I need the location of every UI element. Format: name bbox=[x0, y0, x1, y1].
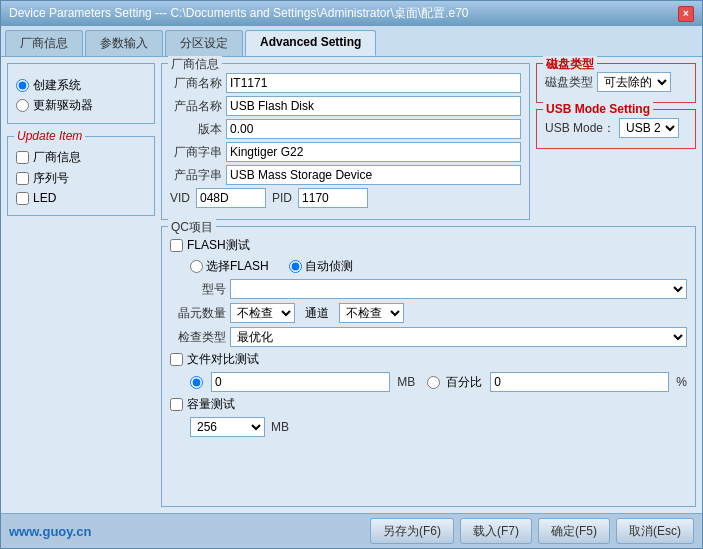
check-led[interactable]: LED bbox=[16, 191, 146, 205]
mb-percent-row: MB 百分比 % bbox=[190, 372, 687, 392]
check-type-label: 检查类型 bbox=[170, 329, 226, 346]
vendor-box: 厂商信息 厂商名称 产品名称 版本 厂商字串 bbox=[161, 63, 530, 220]
vendor-name-label: 厂商名称 bbox=[170, 75, 222, 92]
percent-radio[interactable]: 百分比 bbox=[427, 374, 482, 391]
capacity-mb-label: MB bbox=[271, 420, 289, 434]
auto-detect-radio[interactable]: 自动侦测 bbox=[289, 258, 353, 275]
capacity-value-row: 256 MB bbox=[190, 417, 687, 437]
mb-radio-input[interactable] bbox=[190, 376, 203, 389]
flash-select-row: 选择FLASH 自动侦测 bbox=[190, 258, 687, 275]
crystal-label: 晶元数量 bbox=[170, 305, 226, 322]
pid-label: PID bbox=[272, 191, 292, 205]
check-type-row: 检查类型 最优化 bbox=[170, 327, 687, 347]
channel-select[interactable]: 不检查 bbox=[339, 303, 404, 323]
product-name-row: 产品名称 bbox=[170, 96, 521, 116]
channel-label: 通道 bbox=[305, 305, 329, 322]
left-panel: 创建系统 更新驱动器 Update Item 厂商信息 序列号 bbox=[7, 63, 155, 507]
radio-update-driver[interactable]: 更新驱动器 bbox=[16, 97, 146, 114]
disk-type-select[interactable]: 可去除的 固定的 bbox=[597, 72, 671, 92]
tab-advanced[interactable]: Advanced Setting bbox=[245, 30, 376, 56]
percent-input[interactable] bbox=[490, 372, 669, 392]
check-led-label: LED bbox=[33, 191, 56, 205]
vendor-string-row: 厂商字串 bbox=[170, 142, 521, 162]
main-window: Device Parameters Setting --- C:\Documen… bbox=[0, 0, 703, 549]
product-name-input[interactable] bbox=[226, 96, 521, 116]
vendor-string-input[interactable] bbox=[226, 142, 521, 162]
auto-detect-radio-input[interactable] bbox=[289, 260, 302, 273]
side-boxes: 磁盘类型 磁盘类型 可去除的 固定的 USB Mode Setting bbox=[536, 63, 696, 220]
select-flash-label: 选择FLASH bbox=[206, 258, 269, 275]
cancel-button[interactable]: 取消(Esc) bbox=[616, 518, 694, 544]
mb-radio[interactable] bbox=[190, 376, 203, 389]
file-compare-label: 文件对比测试 bbox=[187, 351, 259, 368]
crystal-select[interactable]: 不检查 bbox=[230, 303, 295, 323]
product-string-input[interactable] bbox=[226, 165, 521, 185]
button-group: 另存为(F6) 载入(F7) 确定(F5) 取消(Esc) bbox=[370, 518, 694, 544]
model-row: 型号 bbox=[170, 279, 687, 299]
main-content: 创建系统 更新驱动器 Update Item 厂商信息 序列号 bbox=[1, 57, 702, 513]
select-flash-radio-input[interactable] bbox=[190, 260, 203, 273]
radio-create-system-input[interactable] bbox=[16, 79, 29, 92]
tab-partition[interactable]: 分区设定 bbox=[165, 30, 243, 56]
version-input[interactable] bbox=[226, 119, 521, 139]
radio-update-driver-label: 更新驱动器 bbox=[33, 97, 93, 114]
window-title: Device Parameters Setting --- C:\Documen… bbox=[9, 5, 469, 22]
file-compare-checkbox[interactable] bbox=[170, 353, 183, 366]
usb-mode-select[interactable]: USB 2.0 USB 1.1 bbox=[619, 118, 679, 138]
check-vendor-info[interactable]: 厂商信息 bbox=[16, 149, 146, 166]
check-type-select[interactable]: 最优化 bbox=[230, 327, 687, 347]
product-string-row: 产品字串 bbox=[170, 165, 521, 185]
capacity-select[interactable]: 256 bbox=[190, 417, 265, 437]
capacity-test-row: 容量测试 bbox=[170, 396, 687, 413]
flash-test-row: FLASH测试 bbox=[170, 237, 687, 254]
top-right: 厂商信息 厂商名称 产品名称 版本 厂商字串 bbox=[161, 63, 696, 220]
disk-type-row: 磁盘类型 可去除的 固定的 bbox=[545, 72, 687, 92]
load-button[interactable]: 载入(F7) bbox=[460, 518, 532, 544]
model-label: 型号 bbox=[170, 281, 226, 298]
check-led-input[interactable] bbox=[16, 192, 29, 205]
flash-test-checkbox[interactable] bbox=[170, 239, 183, 252]
disk-type-box: 磁盘类型 磁盘类型 可去除的 固定的 bbox=[536, 63, 696, 103]
qc-title: QC项目 bbox=[168, 219, 216, 236]
save-as-button[interactable]: 另存为(F6) bbox=[370, 518, 454, 544]
vid-label: VID bbox=[170, 191, 190, 205]
pid-input[interactable] bbox=[298, 188, 368, 208]
check-vendor-info-input[interactable] bbox=[16, 151, 29, 164]
percent-radio-input[interactable] bbox=[427, 376, 440, 389]
vendor-box-title: 厂商信息 bbox=[168, 56, 222, 73]
check-serial-input[interactable] bbox=[16, 172, 29, 185]
usb-mode-label: USB Mode： bbox=[545, 120, 615, 137]
check-serial[interactable]: 序列号 bbox=[16, 170, 146, 187]
usb-mode-title: USB Mode Setting bbox=[543, 102, 653, 116]
check-serial-label: 序列号 bbox=[33, 170, 69, 187]
select-flash-radio[interactable]: 选择FLASH bbox=[190, 258, 269, 275]
tab-vendor-info[interactable]: 厂商信息 bbox=[5, 30, 83, 56]
vid-input[interactable] bbox=[196, 188, 266, 208]
vendor-name-row: 厂商名称 bbox=[170, 73, 521, 93]
tab-bar: 厂商信息 参数输入 分区设定 Advanced Setting bbox=[1, 26, 702, 57]
disk-type-label: 磁盘类型 bbox=[545, 74, 593, 91]
capacity-test-label: 容量测试 bbox=[187, 396, 235, 413]
percent-label: 百分比 bbox=[446, 374, 482, 391]
check-vendor-info-label: 厂商信息 bbox=[33, 149, 81, 166]
mode-group: 创建系统 更新驱动器 bbox=[7, 63, 155, 124]
close-button[interactable]: × bbox=[678, 6, 694, 22]
vendor-name-input[interactable] bbox=[226, 73, 521, 93]
update-item-group: Update Item 厂商信息 序列号 LED bbox=[7, 136, 155, 216]
tab-params[interactable]: 参数输入 bbox=[85, 30, 163, 56]
radio-create-system[interactable]: 创建系统 bbox=[16, 77, 146, 94]
confirm-button[interactable]: 确定(F5) bbox=[538, 518, 610, 544]
update-item-title: Update Item bbox=[14, 129, 85, 143]
flash-test-label: FLASH测试 bbox=[187, 237, 250, 254]
usb-mode-row: USB Mode： USB 2.0 USB 1.1 bbox=[545, 118, 687, 138]
vid-pid-row: VID PID bbox=[170, 188, 521, 208]
right-panel: 厂商信息 厂商名称 产品名称 版本 厂商字串 bbox=[161, 63, 696, 507]
capacity-test-checkbox[interactable] bbox=[170, 398, 183, 411]
mb-input[interactable] bbox=[211, 372, 390, 392]
qc-box: QC项目 FLASH测试 选择FLASH 自动侦测 bbox=[161, 226, 696, 507]
version-label: 版本 bbox=[170, 121, 222, 138]
model-select[interactable] bbox=[230, 279, 687, 299]
vendor-string-label: 厂商字串 bbox=[170, 144, 222, 161]
usb-mode-box: USB Mode Setting USB Mode： USB 2.0 USB 1… bbox=[536, 109, 696, 149]
radio-update-driver-input[interactable] bbox=[16, 99, 29, 112]
